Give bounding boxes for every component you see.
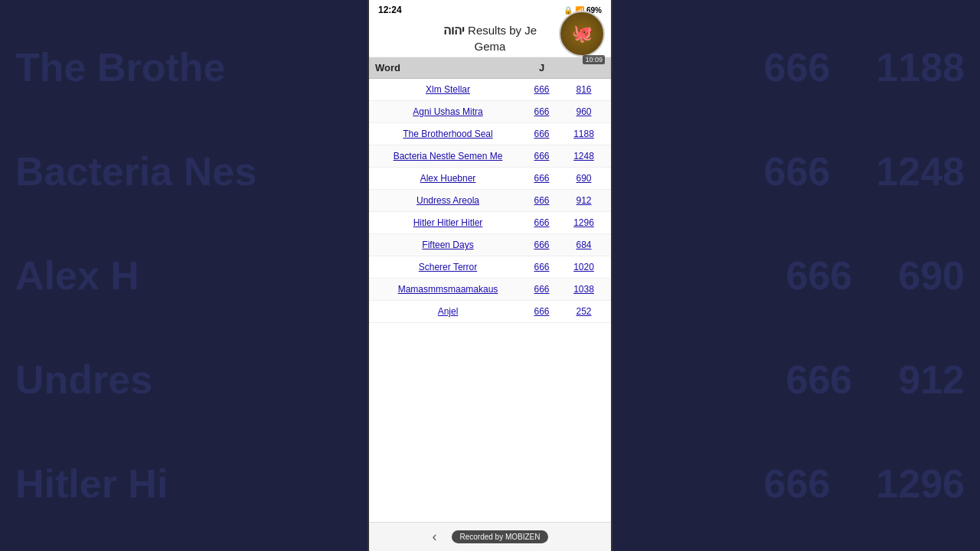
table-row[interactable]: Anjel 666 252 [369,301,611,323]
table-header: Word J [369,57,611,79]
table-body[interactable]: Xlm Stellar 666 816 Agni Ushas Mitra 666… [369,79,611,522]
col-j-header: J [521,62,563,73]
table-row[interactable]: Xlm Stellar 666 816 [369,79,611,101]
row-word[interactable]: Undress Areola [375,195,521,206]
row-col3[interactable]: 1248 [563,151,605,161]
table-row[interactable]: Scherer Terror 666 1020 [369,256,611,279]
row-word[interactable]: Alex Huebner [375,173,521,184]
bg-text-4: Undres [15,357,152,403]
row-col2[interactable]: 666 [521,129,563,139]
row-col2[interactable]: 666 [521,106,563,117]
title-text: Results by Je [468,24,537,37]
bg-right-panel: 666 1188 666 1248 666 690 666 912 666 12… [612,0,980,551]
row-col2[interactable]: 666 [521,173,563,184]
row-col3[interactable]: 960 [563,106,605,117]
row-word[interactable]: Agni Ushas Mitra [375,106,521,117]
row-col2[interactable]: 666 [521,217,563,228]
table-row[interactable]: Agni Ushas Mitra 666 960 [369,101,611,123]
table-row[interactable]: Fifteen Days 666 684 [369,234,611,256]
row-col3[interactable]: 1038 [563,284,605,295]
row-col3[interactable]: 1188 [563,129,605,139]
status-time: 12:24 [378,5,402,15]
row-col3[interactable]: 252 [563,306,605,317]
table-row[interactable]: Hitler Hitler Hitler 666 1296 [369,212,611,234]
avatar: 🐙 [559,11,605,57]
row-col2[interactable]: 666 [521,284,563,295]
row-word[interactable]: Xlm Stellar [375,84,521,95]
recorded-badge: Recorded by MOBIZEN [452,530,547,543]
bg-left-panel: The Brothe Bacteria Nes Alex H Undres Hi… [0,0,368,551]
bg-text-5: Hitler Hi [15,461,168,507]
hebrew-text: יהוה [443,24,465,37]
row-col2[interactable]: 666 [521,84,563,95]
row-word[interactable]: Mamasmmsmaamakaus [375,284,521,295]
row-col2[interactable]: 666 [521,306,563,317]
bg-num-4a: 666 [786,357,852,403]
row-col3[interactable]: 1020 [563,262,605,272]
bg-num-2b: 1248 [876,148,965,194]
app-header: יהוה Results by Je Gema 🐙 10:09 [369,18,611,57]
row-col2[interactable]: 666 [521,240,563,250]
row-word[interactable]: Anjel [375,306,521,317]
octopus-icon: 🐙 [572,24,593,44]
col-word-header: Word [375,62,521,73]
row-word[interactable]: Scherer Terror [375,262,521,272]
bg-text-2: Bacteria Nes [15,148,256,194]
row-col3[interactable]: 912 [563,195,605,206]
avatar-time: 10:09 [583,55,605,64]
table-row[interactable]: Bacteria Nestle Semen Me 666 1248 [369,145,611,168]
bg-num-2a: 666 [764,148,831,194]
bg-num-5a: 666 [764,461,831,507]
row-col2[interactable]: 666 [521,195,563,206]
bg-num-3a: 666 [786,253,852,298]
row-word[interactable]: Hitler Hitler Hitler [375,217,521,228]
row-col3[interactable]: 690 [563,173,605,184]
row-word[interactable]: Fifteen Days [375,240,521,250]
bg-num-4b: 912 [898,357,965,403]
row-col3[interactable]: 684 [563,240,605,250]
row-word[interactable]: The Brotherhood Seal [375,129,521,139]
table-row[interactable]: The Brotherhood Seal 666 1188 [369,123,611,145]
outer-container: The Brothe Bacteria Nes Alex H Undres Hi… [0,0,980,551]
bg-text-3: Alex H [15,253,139,298]
row-col3[interactable]: 816 [563,84,605,95]
table-row[interactable]: Undress Areola 666 912 [369,190,611,212]
bg-num-3b: 690 [898,253,965,298]
bg-num-1b: 1188 [876,44,965,90]
table-row[interactable]: Alex Huebner 666 690 [369,168,611,190]
bg-num-1a: 666 [764,44,831,90]
bottom-bar: ‹ Recorded by MOBIZEN [369,522,611,551]
back-arrow[interactable]: ‹ [432,529,436,545]
bg-text-1: The Brothe [15,44,225,90]
phone-frame: 12:24 🔒 📶 69% יהוה Results by Je Gema 🐙 … [368,0,612,551]
row-col3[interactable]: 1296 [563,217,605,228]
row-col2[interactable]: 666 [521,262,563,272]
row-word[interactable]: Bacteria Nestle Semen Me [375,151,521,161]
bg-num-5b: 1296 [876,461,965,507]
row-col2[interactable]: 666 [521,151,563,161]
table-row[interactable]: Mamasmmsmaamakaus 666 1038 [369,279,611,301]
